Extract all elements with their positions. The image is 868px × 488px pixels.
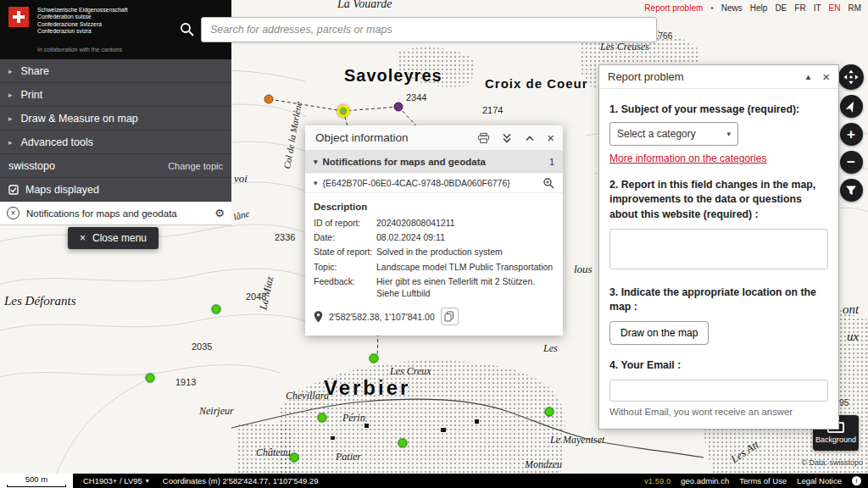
feature-coordinates-row: 2'582'582.38, 1'107'841.00 [314,308,554,325]
sidebar-item-print[interactable]: ▸Print [0,83,231,107]
active-layer-row[interactable]: × Notifications for maps and geodata ⚙ [0,202,231,225]
subject-label: 1. Subject of your message (required): [609,103,828,117]
map-marker-green[interactable] [545,408,554,417]
feature-row[interactable]: ▾ {E642B70F-06E0-4CAC-9748-0BDA060F6776} [305,173,563,193]
pan-icon [843,69,859,85]
layer-settings-icon[interactable]: ⚙ [214,207,225,219]
sidebar-item-draw-measure-on-map[interactable]: ▸Draw & Measure on map [0,107,231,130]
projection-label: CH1903+ / LV95 [83,476,142,485]
header-links: Report problem•NewsHelpDEFRITENRM [644,3,861,13]
close-menu-button[interactable]: × Close menu [68,227,159,249]
header-link-report-problem[interactable]: Report problem [644,3,703,13]
close-icon: × [80,232,86,244]
location-label: 3. Indicate the appropriate location on … [609,286,828,314]
info-icon[interactable]: i [852,476,861,485]
category-select[interactable]: Select a category ▾ [609,122,738,146]
org-line: Confédération suisse [37,14,128,20]
expand-all-icon[interactable] [501,132,513,144]
header-link-it[interactable]: IT [814,3,821,13]
message-textarea[interactable] [609,229,828,269]
panel-title: Report problem [608,70,806,83]
topic-label: swisstopo [8,160,55,172]
description-fields: ID of report:2024020808041211Date:08.02.… [314,217,554,299]
compass-button[interactable] [840,95,863,118]
sidebar-item-label: Print [21,89,43,101]
version-label: v1.59.0 [644,476,670,485]
field-value: 2024020808041211 [376,217,554,229]
chevron-right-icon: ▸ [8,67,13,75]
geoadmin-link[interactable]: geo.admin.ch [681,476,729,485]
header-link-de[interactable]: DE [775,3,787,13]
sidebar-item-share[interactable]: ▸Share [0,59,231,83]
categories-info-link[interactable]: More information on the categories [609,152,766,164]
terms-of-use-link[interactable]: Terms of Use [739,476,787,485]
feature-id: {E642B70F-06E0-4CAC-9748-0BDA060F6776} [323,178,510,188]
minus-icon: − [847,155,855,169]
layer-group-row[interactable]: ▾ Notifications for maps and geodata 1 [305,151,563,173]
collapse-icon[interactable] [524,132,536,144]
draw-on-map-button[interactable]: Draw on the map [609,321,709,345]
compass-icon [842,97,860,115]
map-marker-green[interactable] [212,305,221,314]
search-icon[interactable] [180,22,194,40]
sidebar-menu-items: ▸Share▸Print▸Draw & Measure on map▸Advan… [0,59,231,154]
field-label: ID of report: [314,217,373,229]
search-input[interactable] [201,17,657,42]
legal-notice-link[interactable]: Legal Notice [797,476,842,485]
map-marker-green[interactable] [290,453,299,463]
org-line: Schweizerische Eidgenossenschaft [37,7,128,14]
separator-dot: • [710,3,714,13]
close-icon[interactable]: × [547,131,554,144]
field-value: Hier gibt es einen Tellerlift mit 2 Stüt… [376,275,554,299]
header-link-en[interactable]: EN [829,3,841,13]
chevron-down-icon: ▾ [314,158,318,166]
map-marker-green[interactable] [370,354,379,363]
field-label: Topic: [314,261,373,273]
copy-icon[interactable] [441,308,459,325]
message-label: 2. Report in this field changes in the m… [609,178,828,222]
pan-button[interactable] [838,64,864,90]
layer-group-label: Notifications for maps and geodata [323,157,486,167]
report-problem-body: 1. Subject of your message (required): S… [599,89,838,429]
map-marker-selected[interactable] [337,105,350,118]
change-topic-button[interactable]: Change topic [168,161,223,171]
header-link-news[interactable]: News [721,3,743,13]
zoom-in-button[interactable]: + [840,123,863,146]
map-marker-green[interactable] [146,374,155,383]
app-window: La VouardeSavoleyres2344Croix de Coeur21… [0,0,868,488]
plus-icon: + [847,127,855,141]
description-heading: Description [314,202,554,212]
report-problem-panel: Report problem ▴ × 1. Subject of your me… [598,64,839,430]
header-link-rm[interactable]: RM [848,3,861,13]
map-marker-purple[interactable] [394,103,403,112]
footer-bar: 500 m CH1903+ / LV95 ▾ Coordinates (m) 2… [0,474,868,488]
zoom-to-feature-icon[interactable] [542,177,554,189]
sidebar-item-maps-displayed[interactable]: Maps displayed [0,178,231,202]
collapse-icon[interactable]: ▴ [806,71,811,82]
swiss-flag-icon [8,7,29,27]
close-icon[interactable]: × [822,70,830,83]
header-link-fr[interactable]: FR [794,3,805,13]
field-value: Landscape model TLM Public Transportatio… [376,261,554,273]
email-field[interactable] [609,380,828,402]
scale-label: 500 m [25,475,47,484]
map-marker-green[interactable] [318,413,327,423]
remove-layer-icon[interactable]: × [7,207,19,219]
map-marker-green[interactable] [398,439,408,448]
field-value: 08.02.2024 09:11 [376,231,554,243]
projection-select[interactable]: CH1903+ / LV95 ▾ [83,476,149,485]
panel-title: Object information [315,131,477,144]
sidebar-item-topic[interactable]: swisstopo Change topic [0,154,231,178]
map-attribution[interactable]: © Data: swisstopo [801,458,863,467]
map-marker-orange[interactable] [264,95,274,104]
chevron-right-icon: ▸ [8,138,13,147]
org-line: Confederaziun svizra [37,28,128,35]
sidebar-menu: ▸Share▸Print▸Draw & Measure on map▸Advan… [0,59,231,225]
header-link-help[interactable]: Help [750,3,768,13]
report-problem-header: Report problem ▴ × [599,65,838,89]
filter-button[interactable] [840,179,863,202]
print-icon[interactable] [477,132,490,144]
zoom-out-button[interactable]: − [840,151,863,174]
org-line: Confederazione Svizzera [37,21,128,28]
sidebar-item-advanced-tools[interactable]: ▸Advanced tools [0,130,231,154]
